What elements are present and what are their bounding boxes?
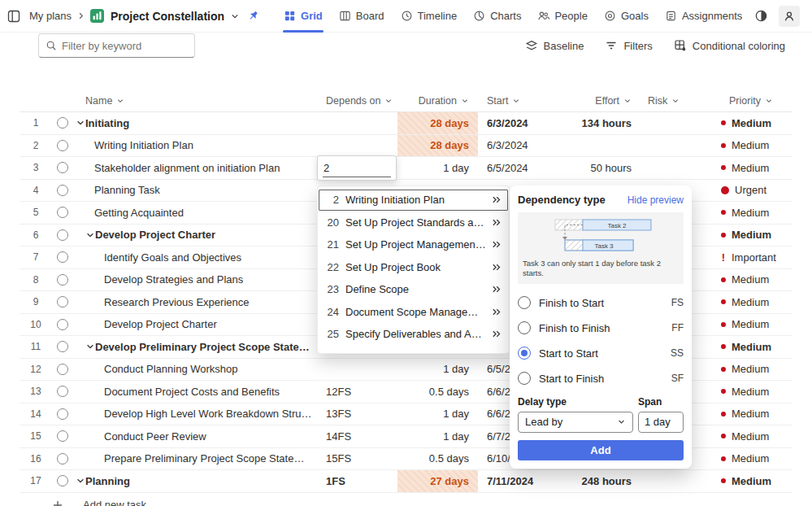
task-row[interactable]: 1Initiating28 days6/3/2024134 hoursMediu… bbox=[20, 112, 792, 135]
breadcrumb-my-plans[interactable]: My plans bbox=[29, 10, 72, 22]
insert-dependency-icon[interactable] bbox=[491, 351, 502, 354]
tab-charts[interactable]: Charts bbox=[465, 0, 529, 33]
start-date-cell[interactable]: 6/3/2024 bbox=[478, 112, 536, 134]
help-button[interactable]: ? bbox=[807, 6, 812, 27]
members-button[interactable] bbox=[779, 6, 800, 27]
task-status-circle[interactable] bbox=[52, 336, 73, 358]
add-dependency-button[interactable]: Add bbox=[518, 440, 684, 460]
expand-chevron-icon[interactable] bbox=[85, 342, 95, 351]
task-status-circle[interactable] bbox=[52, 112, 73, 134]
priority-cell[interactable]: Medium bbox=[715, 225, 792, 246]
start-date-cell[interactable]: 7/11/2024 bbox=[478, 470, 536, 492]
priority-cell[interactable]: Medium bbox=[715, 112, 792, 134]
risk-cell[interactable] bbox=[642, 157, 715, 179]
risk-cell[interactable] bbox=[642, 135, 715, 157]
depends-on-cell[interactable] bbox=[317, 135, 397, 157]
priority-cell[interactable]: Medium bbox=[715, 470, 792, 492]
duration-cell[interactable]: 28 days bbox=[397, 135, 478, 157]
add-new-task-button[interactable]: Add new task bbox=[20, 493, 792, 506]
priority-cell[interactable]: Medium bbox=[715, 202, 792, 224]
depends-on-cell[interactable] bbox=[317, 359, 397, 381]
conditional-coloring-button[interactable]: Conditional coloring bbox=[674, 39, 785, 52]
priority-cell[interactable]: Medium bbox=[715, 403, 792, 425]
effort-cell[interactable]: 248 hours bbox=[536, 470, 642, 492]
depends-on-cell[interactable]: 13FS bbox=[317, 403, 397, 425]
depends-on-cell[interactable] bbox=[317, 112, 397, 134]
task-status-circle[interactable] bbox=[52, 157, 73, 179]
appearance-button[interactable] bbox=[750, 6, 771, 27]
duration-cell[interactable]: 1 day bbox=[397, 403, 478, 425]
duration-cell[interactable]: 0.5 days bbox=[397, 448, 478, 470]
priority-cell[interactable]: Urgent bbox=[715, 180, 792, 202]
app-launcher-button[interactable] bbox=[7, 6, 21, 27]
dependency-option[interactable]: 22Set Up Project Book bbox=[318, 256, 509, 279]
task-name-cell[interactable]: Identify Goals and Objectives bbox=[73, 246, 317, 268]
dependency-option[interactable]: 26Define Scope bbox=[318, 346, 509, 355]
risk-cell[interactable] bbox=[642, 112, 715, 134]
duration-cell[interactable]: 1 day bbox=[397, 157, 478, 179]
priority-cell[interactable]: Medium bbox=[715, 448, 792, 470]
dependency-type-option-fs[interactable]: Finish to StartFS bbox=[518, 290, 684, 316]
dependency-option[interactable]: 23Define Scope bbox=[318, 278, 509, 301]
task-name-cell[interactable]: Getting Acquainted bbox=[73, 202, 317, 224]
tab-people[interactable]: People bbox=[529, 0, 595, 33]
task-name-cell[interactable]: Conduct Peer Review bbox=[73, 425, 317, 447]
task-status-circle[interactable] bbox=[52, 246, 73, 268]
insert-dependency-icon[interactable] bbox=[491, 194, 502, 205]
dependency-option[interactable]: 2Writing Initiation Plan bbox=[318, 189, 509, 212]
priority-cell[interactable]: Medium bbox=[715, 269, 792, 291]
task-status-circle[interactable] bbox=[52, 448, 73, 470]
span-input[interactable] bbox=[638, 412, 684, 433]
column-header-risk[interactable]: Risk bbox=[642, 90, 715, 111]
baseline-button[interactable]: Baseline bbox=[525, 39, 584, 52]
dependency-option[interactable]: 25Specify Deliverables and Acceptance Cr… bbox=[318, 323, 509, 346]
task-name-cell[interactable]: Develop Strategies and Plans bbox=[73, 269, 317, 291]
effort-cell[interactable]: 50 hours bbox=[536, 157, 642, 179]
task-name-cell[interactable]: Stakeholder alignment on initiation Plan bbox=[73, 157, 317, 179]
priority-cell[interactable]: Medium bbox=[715, 291, 792, 313]
task-status-circle[interactable] bbox=[52, 202, 73, 224]
depends-on-cell[interactable]: 14FS bbox=[317, 425, 397, 447]
tab-timeline[interactable]: Timeline bbox=[393, 0, 466, 33]
effort-cell[interactable]: 134 hours bbox=[536, 112, 642, 134]
search-input[interactable] bbox=[62, 40, 188, 52]
task-status-circle[interactable] bbox=[52, 359, 73, 381]
task-name-cell[interactable]: Develop Project Charter bbox=[73, 225, 317, 246]
delay-type-select[interactable]: Lead by bbox=[518, 412, 633, 433]
duration-cell[interactable]: 1 day bbox=[397, 359, 478, 381]
insert-dependency-icon[interactable] bbox=[491, 329, 502, 339]
expand-chevron-icon[interactable] bbox=[76, 118, 85, 128]
task-status-circle[interactable] bbox=[52, 180, 73, 202]
task-status-circle[interactable] bbox=[52, 314, 73, 336]
insert-dependency-icon[interactable] bbox=[491, 217, 502, 228]
insert-dependency-icon[interactable] bbox=[491, 239, 502, 250]
tab-grid[interactable]: Grid bbox=[276, 0, 331, 33]
dependency-type-option-ss[interactable]: Start to StartSS bbox=[518, 341, 684, 366]
task-row[interactable]: 3Stakeholder alignment on initiation Pla… bbox=[20, 157, 792, 180]
pin-icon[interactable] bbox=[247, 10, 259, 22]
task-name-cell[interactable]: Planning bbox=[73, 470, 317, 492]
priority-cell[interactable]: Medium bbox=[715, 359, 792, 381]
task-status-circle[interactable] bbox=[52, 291, 73, 313]
column-header-name[interactable]: Name bbox=[73, 90, 317, 111]
dependency-type-option-sf[interactable]: Start to FinishSF bbox=[518, 366, 684, 391]
tab-board[interactable]: Board bbox=[331, 0, 393, 33]
column-header-depends-on[interactable]: Depends on bbox=[317, 90, 397, 111]
depends-on-cell[interactable]: 12FS bbox=[317, 381, 397, 403]
task-row[interactable]: 17Planning1FS27 days7/11/2024248 hoursMe… bbox=[20, 470, 792, 493]
duration-cell[interactable]: 1 day bbox=[397, 425, 478, 447]
priority-cell[interactable]: Medium bbox=[715, 157, 792, 179]
column-header-priority[interactable]: Priority bbox=[715, 90, 792, 111]
dependency-option[interactable]: 24Document Scope Management Plan bbox=[318, 301, 509, 324]
insert-dependency-icon[interactable] bbox=[491, 307, 502, 317]
task-row[interactable]: 2Writing Initiation Plan28 days6/3/2024M… bbox=[20, 135, 792, 158]
tab-goals[interactable]: Goals bbox=[596, 0, 657, 33]
duration-cell[interactable]: 27 days bbox=[397, 470, 478, 492]
task-status-circle[interactable] bbox=[52, 403, 73, 425]
task-name-cell[interactable]: Conduct Planning Workshop bbox=[73, 359, 317, 381]
priority-cell[interactable]: Medium bbox=[715, 425, 792, 447]
task-name-cell[interactable]: Planning Task bbox=[73, 180, 317, 202]
task-status-circle[interactable] bbox=[52, 381, 73, 403]
column-header-start[interactable]: Start bbox=[478, 90, 536, 111]
task-status-circle[interactable] bbox=[52, 269, 73, 291]
